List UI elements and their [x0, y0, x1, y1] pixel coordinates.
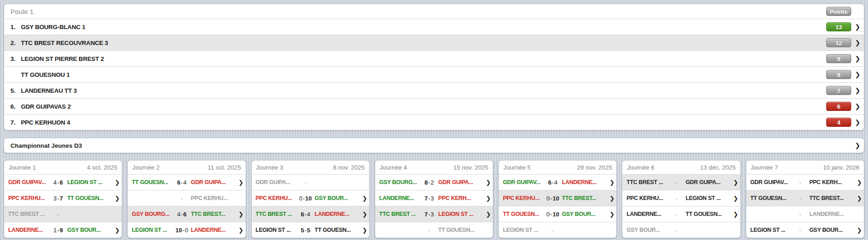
score-separator: -	[180, 195, 183, 202]
match-row[interactable]: TTC BREST ... - GDR GUIPA...	[622, 174, 740, 190]
match-row[interactable]: GDR GUIPAV... 6-4 LANDERNE...	[499, 174, 616, 190]
away-score: 3	[431, 195, 434, 202]
away-team: LEGION ST ...	[438, 211, 482, 217]
match-row[interactable]: GDR GUIPA... -	[252, 174, 369, 190]
match-row[interactable]: TT GOUESN... 6-4 GDR GUIPA...	[128, 174, 245, 190]
match-row[interactable]: LANDERNE... 1-9 GSY BOUR...	[4, 222, 122, 238]
match-row[interactable]: PPC KERHU... 0-10 TTC BREST...	[499, 190, 616, 206]
chevron-right-icon	[855, 55, 860, 62]
match-row[interactable]: LEGION ST ... -	[499, 222, 616, 238]
home-team: TTC BREST ...	[8, 211, 49, 217]
match-row[interactable]: PPC KERHU... 0-10 GSY BOUR...	[252, 190, 369, 206]
match-score: -	[544, 227, 562, 234]
home-team: GDR GUIPAV...	[750, 179, 791, 185]
score-separator: -	[799, 211, 802, 218]
match-score: -	[420, 227, 438, 234]
match-row[interactable]: LANDERNE... 7-3 PPC KERH...	[375, 190, 493, 206]
round-title: Journée 7	[751, 164, 778, 171]
away-team: TTC BREST...	[191, 211, 234, 217]
match-row[interactable]: LANDERNE... - TT GOUESN...	[622, 206, 740, 222]
match-score: 6-4	[297, 211, 315, 218]
match-row[interactable]: GDR GUIPAV... 4-6 LEGION ST ...	[4, 174, 122, 190]
match-score: -	[667, 179, 685, 186]
away-score: 4	[307, 211, 310, 218]
home-team: TTC BREST ...	[379, 211, 420, 217]
standings-row[interactable]: 7. PPC KERHUON 4 4	[4, 114, 864, 130]
standings-row[interactable]: 5. LANDERNEAU TT 3 7	[4, 82, 864, 98]
team-name: LANDERNEAU TT 3	[21, 87, 826, 94]
match-row[interactable]: TT GOUESN... - TTC BREST...	[746, 190, 864, 206]
standings-row[interactable]: TT GOUESNOU 1 9	[4, 66, 864, 82]
away-score: 4	[554, 179, 557, 186]
chevron-right-icon	[610, 180, 615, 185]
chevron-right-icon	[486, 195, 491, 201]
round-date: 10 janv. 2026	[823, 164, 859, 171]
match-row[interactable]: LEGION ST ... - GSY BOUR...	[746, 222, 864, 238]
home-team: TT GOUESN...	[503, 211, 544, 217]
away-score: 0	[185, 227, 188, 234]
chevron-right-icon	[855, 71, 860, 78]
chevron-right-icon	[486, 211, 491, 217]
away-team: GSY BOUR...	[67, 227, 111, 233]
match-row[interactable]: - PPC KERHU...	[128, 190, 245, 206]
score-separator: -	[551, 227, 554, 234]
standings-row[interactable]: 3. LEGION ST PIERRE BREST 2 9	[4, 50, 864, 66]
match-row[interactable]: GSY BOURG... 4-6 TTC BREST...	[128, 206, 245, 222]
match-list: GDR GUIPAV... 6-4 LANDERNE... PPC KERHU.…	[499, 174, 616, 238]
home-score: 8	[424, 179, 427, 186]
match-row[interactable]: GSY BOURG... 8-2 GDR GUIPA...	[375, 174, 493, 190]
round-date: 8 nov. 2025	[333, 164, 365, 171]
points-badge: 7	[826, 86, 851, 95]
match-list: TTC BREST ... - GDR GUIPA... PPC KERHU..…	[622, 174, 740, 238]
match-row[interactable]: - TT GOUESN...	[375, 222, 493, 238]
match-row[interactable]: - LANDERNE...	[746, 206, 864, 222]
away-score: 6	[60, 179, 63, 186]
round-date: 11 oct. 2025	[208, 164, 241, 171]
match-score: -	[791, 195, 809, 202]
match-row[interactable]: PPC KERHU... 3-7 TT GOUESN...	[4, 190, 122, 206]
match-row[interactable]: TTC BREST ... -	[4, 206, 122, 222]
rank-label: 1.	[10, 24, 21, 30]
round-header: Journée 5 29 nov. 2025	[499, 160, 616, 174]
rank-label: 6.	[10, 103, 21, 110]
chevron-right-icon	[855, 142, 860, 149]
home-team: PPC KERHU...	[8, 195, 49, 201]
match-row[interactable]: TTC BREST ... 7-3 LEGION ST ...	[375, 206, 493, 222]
home-team: GDR GUIPAV...	[8, 179, 49, 185]
away-team: LEGION ST ...	[67, 179, 111, 185]
match-row[interactable]: TT GOUESN... 0-10 GSY BOUR...	[499, 206, 616, 222]
round-card: Journée 1 4 oct. 2025 GDR GUIPAV... 4-6 …	[4, 160, 122, 238]
standings-card: Poule 1 Points 1. GSY BOURG-BLANC 1 13 2…	[4, 4, 864, 130]
home-score: 10	[175, 227, 182, 234]
home-team: GSY BOUR...	[626, 227, 667, 233]
championship-link-card[interactable]: Championnat Jeunes D3	[4, 138, 864, 153]
match-score: 7-3	[420, 195, 438, 202]
standings-row[interactable]: 6. GDR GUIPAVAS 2 6	[4, 98, 864, 114]
round-title: Journée 3	[256, 164, 283, 171]
page: Poule 1 Points 1. GSY BOURG-BLANC 1 13 2…	[0, 0, 868, 238]
match-row[interactable]: LEGION ST ... 10-0 LANDERNE...	[128, 222, 245, 238]
round-header: Journée 1 4 oct. 2025	[4, 160, 122, 174]
match-row[interactable]: LEGION ST ... 5-5 TT GOUESN...	[252, 222, 369, 238]
round-card: Journée 4 15 nov. 2025 GSY BOURG... 8-2 …	[375, 160, 493, 238]
chevron-right-icon	[857, 195, 862, 201]
score-separator: -	[675, 227, 678, 234]
chevron-right-icon	[238, 211, 243, 217]
score-separator: -	[57, 211, 60, 218]
match-row[interactable]: GSY BOUR... -	[622, 222, 740, 238]
standings-row[interactable]: 2. TTC BREST RECOUVRANCE 3 12	[4, 35, 864, 50]
home-team: TT GOUESN...	[750, 195, 791, 201]
chevron-right-icon	[855, 24, 860, 30]
match-row[interactable]: TTC BREST ... 6-4 LANDERNE...	[252, 206, 369, 222]
match-score: -	[49, 211, 67, 218]
match-list: GSY BOURG... 8-2 GDR GUIPA... LANDERNE..…	[375, 174, 493, 238]
home-team: GDR GUIPA...	[256, 179, 297, 185]
away-score: 10	[305, 195, 312, 202]
match-row[interactable]: PPC KERHU... - LEGION ST ...	[622, 190, 740, 206]
round-date: 4 oct. 2025	[87, 164, 117, 171]
home-team: LEGION ST ...	[503, 227, 544, 233]
standings-row[interactable]: 1. GSY BOURG-BLANC 1 13	[4, 19, 864, 35]
match-row[interactable]: GDR GUIPAV... - PPC KERH...	[746, 174, 864, 190]
away-team: TTC BREST...	[562, 195, 605, 201]
away-team: TTC BREST...	[809, 195, 853, 201]
